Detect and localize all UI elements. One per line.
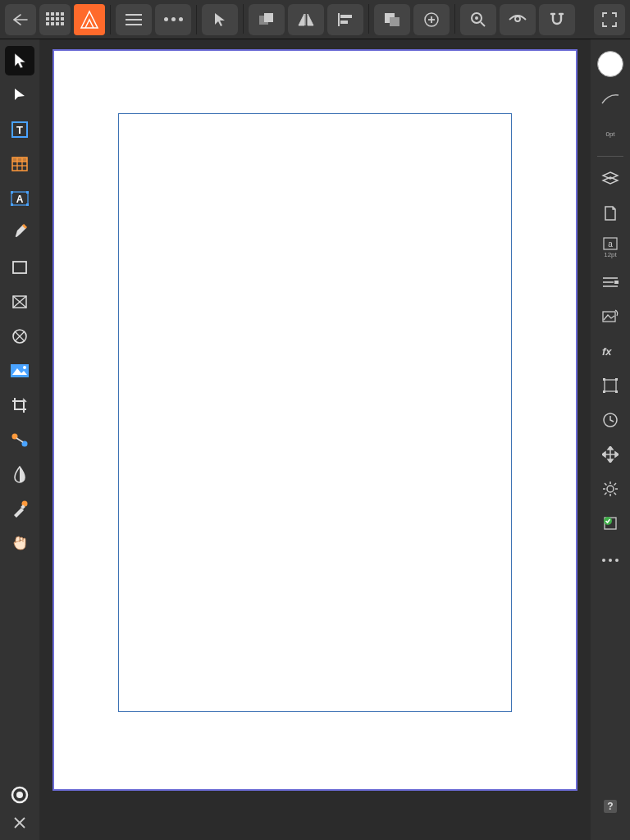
svg-rect-0 <box>46 12 49 16</box>
svg-line-26 <box>481 22 485 26</box>
text-frame[interactable] <box>118 113 512 712</box>
layers-panel-button[interactable] <box>596 164 625 194</box>
artboard-page[interactable] <box>52 49 578 791</box>
paragraph-panel-button[interactable] <box>596 267 625 297</box>
svg-point-43 <box>15 237 17 240</box>
canvas-viewport[interactable] <box>39 39 591 840</box>
svg-rect-75 <box>615 378 618 381</box>
svg-point-53 <box>23 366 26 369</box>
svg-line-92 <box>614 483 617 486</box>
view-tool[interactable] <box>5 528 34 558</box>
svg-rect-40 <box>26 191 29 194</box>
svg-point-85 <box>607 486 614 492</box>
rectangle-tool[interactable] <box>5 253 34 282</box>
svg-point-27 <box>475 16 478 20</box>
svg-text:A: A <box>16 194 24 205</box>
transform-panel-button[interactable] <box>596 371 625 400</box>
fill-tool[interactable] <box>5 425 34 454</box>
color-picker-tool[interactable] <box>5 494 34 523</box>
svg-line-90 <box>605 483 607 486</box>
svg-rect-1 <box>51 12 54 16</box>
svg-rect-11 <box>61 22 64 25</box>
pages-panel-button[interactable] <box>596 199 625 228</box>
svg-rect-36 <box>12 158 27 162</box>
main-menu-button[interactable] <box>116 4 152 35</box>
preferences-panel-button[interactable] <box>596 474 625 504</box>
artistic-text-tool[interactable]: A <box>5 184 34 213</box>
picture-frame-rect-tool[interactable] <box>5 287 34 317</box>
align-button[interactable] <box>327 4 363 35</box>
svg-text:?: ? <box>607 801 613 812</box>
boolean-ops-button[interactable] <box>374 4 410 35</box>
vector-crop-tool[interactable] <box>5 390 34 420</box>
move-tool[interactable] <box>5 46 34 75</box>
preview-mode-button[interactable] <box>500 4 536 35</box>
separator <box>243 4 244 34</box>
right-bar-footer: ? <box>596 789 625 824</box>
svg-point-60 <box>16 792 23 798</box>
svg-rect-9 <box>51 22 54 25</box>
pointer-context-button[interactable] <box>202 4 238 35</box>
character-panel-button[interactable]: a 12pt <box>596 233 625 262</box>
app-logo-icon <box>74 4 105 35</box>
svg-rect-8 <box>46 22 49 25</box>
stroke-panel-button[interactable]: 0pt <box>596 119 625 148</box>
help-button[interactable]: ? <box>596 792 625 821</box>
insert-target-button[interactable] <box>413 4 450 35</box>
more-icon <box>164 17 183 21</box>
navigator-panel-button[interactable] <box>596 440 625 469</box>
stock-panel-button[interactable] <box>596 302 625 331</box>
svg-point-95 <box>604 517 612 525</box>
more-menu-button[interactable] <box>155 4 191 35</box>
separator <box>454 4 455 34</box>
separator <box>110 5 111 34</box>
more-icon <box>602 559 619 562</box>
svg-rect-6 <box>56 17 59 21</box>
snapping-button[interactable] <box>539 4 575 35</box>
back-button[interactable] <box>5 4 36 35</box>
svg-rect-73 <box>605 380 616 391</box>
main-area: T A <box>0 39 630 840</box>
left-toolbar-footer <box>11 786 29 829</box>
pen-tool[interactable] <box>5 218 34 248</box>
svg-line-56 <box>16 438 23 442</box>
brush-panel-button[interactable] <box>596 84 625 114</box>
svg-text:T: T <box>16 124 23 136</box>
fx-panel-button[interactable]: fx <box>596 336 625 366</box>
app-root: T A <box>0 0 630 840</box>
svg-rect-44 <box>13 262 26 273</box>
history-panel-button[interactable] <box>596 405 625 435</box>
svg-rect-74 <box>603 378 605 381</box>
place-image-tool[interactable] <box>5 356 34 386</box>
document-grid-button[interactable] <box>39 4 71 35</box>
svg-rect-51 <box>11 364 29 377</box>
svg-line-91 <box>614 493 617 495</box>
flip-horizontal-button[interactable] <box>288 4 324 35</box>
zoom-button[interactable] <box>460 4 496 35</box>
table-tool[interactable] <box>5 149 34 179</box>
svg-rect-10 <box>56 22 59 25</box>
svg-text:fx: fx <box>602 345 612 357</box>
svg-rect-5 <box>51 17 54 21</box>
picture-frame-ellipse-tool[interactable] <box>5 322 34 351</box>
quick-menu-button[interactable] <box>11 786 29 804</box>
svg-rect-18 <box>340 15 352 18</box>
frame-text-tool[interactable]: T <box>5 115 34 144</box>
svg-rect-76 <box>603 390 605 393</box>
svg-rect-3 <box>61 12 64 16</box>
svg-rect-4 <box>46 17 49 21</box>
transparency-tool[interactable] <box>5 459 34 489</box>
node-tool[interactable] <box>5 80 34 110</box>
svg-rect-42 <box>26 203 29 206</box>
svg-marker-64 <box>603 177 618 184</box>
arrange-button[interactable] <box>249 4 285 35</box>
svg-point-28 <box>515 16 520 21</box>
more-panels-button[interactable] <box>596 546 625 575</box>
fullscreen-button[interactable] <box>594 4 625 35</box>
close-button[interactable] <box>14 817 25 829</box>
preflight-panel-button[interactable] <box>596 509 625 538</box>
svg-line-93 <box>605 493 607 495</box>
separator <box>196 5 197 34</box>
svg-rect-77 <box>615 390 618 393</box>
color-swatch[interactable] <box>597 51 623 77</box>
